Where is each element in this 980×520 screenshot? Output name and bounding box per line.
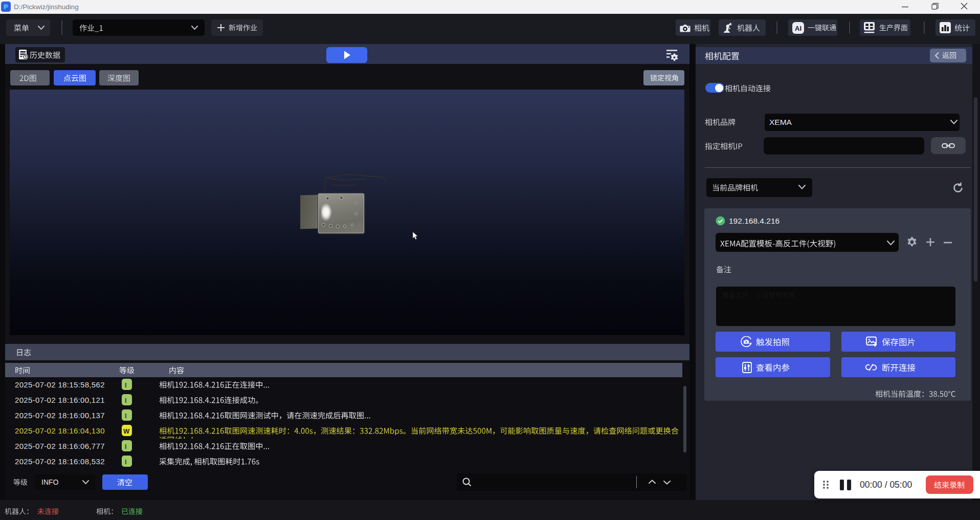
svg-text:AI: AI [795,24,801,32]
